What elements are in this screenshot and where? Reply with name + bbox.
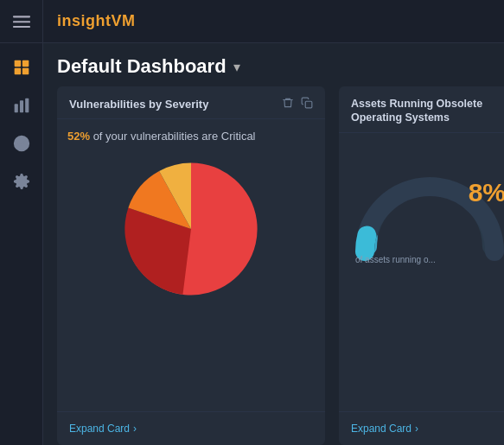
svg-rect-0 bbox=[13, 16, 30, 17]
svg-rect-8 bbox=[19, 100, 22, 112]
vuln-severity-card: Vulnerabilities by Severity 52% of your … bbox=[57, 86, 325, 445]
chevron-right-icon: › bbox=[133, 423, 137, 435]
pie-chart-svg bbox=[113, 151, 269, 307]
chevron-right-icon-2: › bbox=[415, 423, 418, 435]
obsolete-os-card-footer: Expand Card › bbox=[339, 411, 504, 445]
sidebar-menu-button[interactable] bbox=[0, 0, 42, 43]
gauge-svg2 bbox=[352, 161, 504, 264]
top-bar: insightVM bbox=[43, 0, 504, 43]
vuln-critical-pct: 52% bbox=[67, 130, 90, 143]
copy-icon bbox=[301, 97, 313, 109]
pie-chart bbox=[113, 151, 269, 307]
obsolete-os-card-title: Assets Running Obsolete Operating System… bbox=[351, 97, 504, 125]
expand-card-link-obsolete[interactable]: Expand Card › bbox=[351, 423, 504, 435]
svg-rect-7 bbox=[14, 104, 17, 112]
gauge-stat-label: of assets running o... bbox=[352, 255, 504, 264]
svg-rect-9 bbox=[25, 99, 29, 113]
sidebar-nav bbox=[0, 52, 42, 200]
svg-rect-3 bbox=[14, 60, 21, 67]
trash-icon bbox=[282, 97, 294, 109]
obsolete-os-card-header: Assets Running Obsolete Operating System… bbox=[339, 86, 504, 133]
dashboard-dropdown[interactable]: ▾ bbox=[233, 59, 240, 75]
card-actions bbox=[282, 97, 313, 111]
vuln-stat-label: of your vulnerabilities are Critical bbox=[90, 130, 255, 143]
sidebar-item-compliance[interactable] bbox=[4, 128, 39, 162]
vuln-severity-card-footer: Expand Card › bbox=[57, 411, 325, 445]
delete-card-button[interactable] bbox=[282, 97, 294, 111]
svg-rect-4 bbox=[22, 60, 29, 67]
vuln-severity-card-title: Vulnerabilities by Severity bbox=[69, 98, 208, 111]
dashboard-title: Default Dashboard bbox=[57, 55, 226, 78]
obsolete-os-card-body: 8% of assets running o... bbox=[339, 133, 504, 412]
menu-icon bbox=[13, 13, 30, 30]
svg-rect-1 bbox=[13, 21, 30, 22]
cards-area: Vulnerabilities by Severity 52% of your … bbox=[43, 86, 504, 445]
expand-card-label-obsolete: Expand Card bbox=[351, 423, 411, 435]
dashboard-header: Default Dashboard ▾ bbox=[43, 43, 504, 86]
app-title: insightVM bbox=[57, 12, 136, 30]
expand-card-label-vuln: Expand Card bbox=[69, 423, 130, 435]
sidebar-item-settings[interactable] bbox=[4, 166, 39, 200]
obsolete-os-card: Assets Running Obsolete Operating System… bbox=[339, 86, 504, 445]
app-title-suffix: VM bbox=[112, 12, 136, 29]
bar-chart-icon bbox=[13, 97, 30, 118]
svg-rect-12 bbox=[305, 101, 312, 108]
vuln-severity-card-header: Vulnerabilities by Severity bbox=[57, 86, 325, 119]
sidebar bbox=[0, 0, 43, 445]
svg-rect-6 bbox=[22, 68, 29, 75]
sidebar-item-reports[interactable] bbox=[4, 90, 39, 124]
grid-icon bbox=[13, 59, 30, 79]
svg-rect-2 bbox=[13, 26, 30, 28]
vuln-severity-card-body: 52% of your vulnerabilities are Critical bbox=[57, 119, 325, 411]
check-circle-icon bbox=[13, 135, 30, 156]
gauge-chart: 8% of assets running o... bbox=[352, 161, 504, 264]
settings-icon bbox=[13, 173, 30, 194]
svg-rect-5 bbox=[14, 68, 21, 75]
vuln-stat-text: 52% of your vulnerabilities are Critical bbox=[67, 130, 256, 143]
copy-card-button[interactable] bbox=[301, 97, 313, 111]
app-title-prefix: insight bbox=[57, 12, 112, 29]
expand-card-link-vuln[interactable]: Expand Card › bbox=[69, 423, 313, 435]
sidebar-item-dashboard[interactable] bbox=[4, 52, 39, 86]
gauge-percent-label: 8% bbox=[469, 178, 504, 207]
main-area: insightVM Default Dashboard ▾ Vulnerabil… bbox=[43, 0, 504, 445]
